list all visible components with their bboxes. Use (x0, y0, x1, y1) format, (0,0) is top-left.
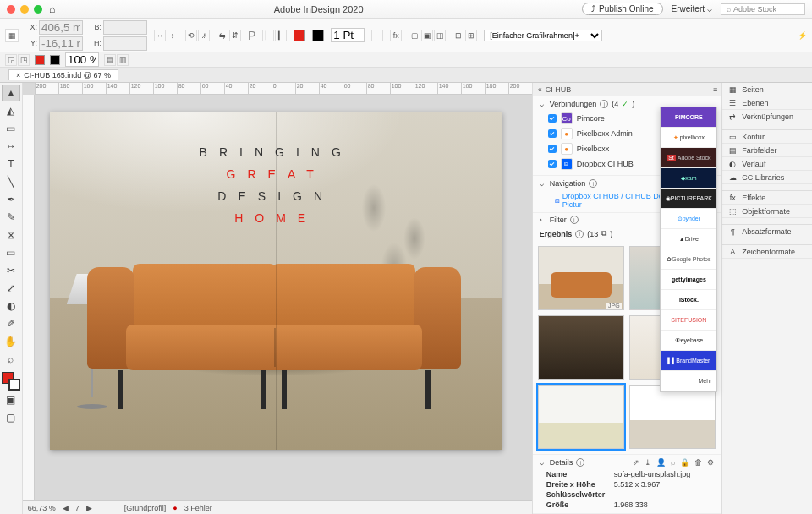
zoom-window[interactable] (34, 5, 42, 14)
checkbox-icon[interactable] (548, 129, 557, 138)
brand-xam[interactable]: ◆ xam (661, 168, 716, 189)
panel-tab-zeichenformate[interactable]: AZeichenformate (722, 245, 812, 259)
brand-drive[interactable]: ▲ Drive (661, 229, 716, 249)
panel-tab-absatzformate[interactable]: ¶Absatzformate (722, 225, 812, 238)
y-field[interactable] (39, 36, 83, 51)
type-tool[interactable]: T (2, 156, 20, 172)
page-nav-next[interactable]: ▶ (86, 504, 92, 512)
fit1[interactable]: ⊡ (453, 30, 464, 41)
workspace-switcher[interactable]: Erweitert ⌵ (672, 4, 712, 14)
scale-x-icon[interactable]: ↔ (154, 30, 166, 41)
info-icon[interactable]: i (576, 458, 584, 467)
h-field[interactable] (103, 36, 147, 51)
eyedropper-tool[interactable]: ✐ (2, 315, 20, 332)
headline-text[interactable]: BRINGING GREAT DESIGN HOME (50, 145, 502, 233)
search-icon[interactable]: ⌕ (671, 458, 675, 467)
misc2-icon[interactable]: ▥ (117, 54, 129, 66)
rect-tool[interactable]: ▭ (2, 244, 20, 261)
pen-tool[interactable]: ✒ (2, 191, 20, 208)
align-center-icon[interactable]: ▎ (275, 30, 287, 41)
page-nav-prev[interactable]: ◀ (63, 504, 69, 512)
status-errors[interactable]: 3 Fehler (184, 504, 212, 512)
hand-tool[interactable]: ✋ (2, 333, 20, 350)
stroke-swatch[interactable] (312, 30, 324, 41)
info-icon[interactable]: i (570, 216, 579, 224)
brand-bynder[interactable]: ⊙ bynder (661, 209, 716, 229)
user-icon[interactable]: 👤 (656, 458, 666, 467)
link-icon[interactable]: ⇗ (633, 458, 639, 467)
rotate-icon[interactable]: ⟲ (185, 30, 197, 41)
stroke-weight-field[interactable] (331, 28, 365, 42)
fill-swatch-2[interactable] (35, 55, 45, 65)
stroke-swatch-2[interactable] (50, 55, 60, 65)
document-spread[interactable]: BRINGING GREAT DESIGN HOME (50, 112, 502, 450)
brand-pixelboxx[interactable]: ✦ pixelboxx (661, 128, 716, 148)
bolt-icon[interactable]: ⚡ (798, 31, 807, 40)
status-profileносิษฐ-profile[interactable]: [Grundprofil] (124, 504, 167, 512)
page-tool[interactable]: ▭ (2, 120, 20, 137)
brand-more[interactable]: Mehr (661, 371, 716, 391)
rect-frame-tool[interactable]: ⊠ (2, 227, 20, 243)
brand-getty[interactable]: gettyimages (661, 270, 716, 290)
shear-icon[interactable]: ⫽ (198, 30, 210, 41)
screen-mode-preview[interactable]: ▢ (2, 409, 20, 426)
char-p-icon[interactable]: P (248, 29, 255, 42)
panel-tab-objektformate[interactable]: ⬚Objektformate (722, 205, 812, 218)
panel-tab-seiten[interactable]: ▦Seiten (722, 83, 812, 96)
stroke-style-icon[interactable]: — (371, 30, 383, 41)
selection-tool[interactable]: ▲ (2, 85, 20, 101)
minimize-window[interactable] (20, 5, 29, 14)
panel-tab-kontur[interactable]: ▭Kontur (722, 130, 812, 144)
misc1-icon[interactable]: ▤ (104, 54, 116, 66)
lock-icon[interactable]: 🔒 (680, 458, 689, 467)
result-thumb[interactable]: JPG (538, 246, 624, 310)
checkbox-icon[interactable] (548, 160, 557, 168)
direct-select-tool[interactable]: ◭ (2, 102, 20, 119)
result-thumb-selected[interactable] (538, 385, 624, 449)
zoom-field[interactable] (65, 52, 99, 67)
info-icon[interactable]: i (575, 230, 584, 238)
wrap1[interactable]: ▢ (409, 30, 420, 41)
flip-h-icon[interactable]: ⇋ (217, 30, 228, 41)
panel-header[interactable]: « CI HUB ≡ (533, 83, 721, 96)
panel-tab-farbfelder[interactable]: ▤Farbfelder (722, 144, 812, 157)
fill-stroke-proxy[interactable] (2, 372, 20, 391)
info-icon[interactable]: i (600, 100, 608, 108)
corner2-icon[interactable]: ◳ (18, 54, 30, 66)
panel-tab-verlauf[interactable]: ◐Verlauf (722, 157, 812, 171)
status-page[interactable]: 7 (75, 504, 80, 512)
brand-istock[interactable]: iStock. (661, 290, 716, 310)
result-thumb[interactable] (629, 385, 716, 449)
status-zoom[interactable]: 66,73 % (28, 504, 56, 512)
transform-tool[interactable]: ⤢ (2, 280, 20, 297)
panel-collapse-icon[interactable]: « (538, 85, 542, 94)
screen-mode-normal[interactable]: ▣ (2, 391, 20, 408)
wrap2[interactable]: ▣ (421, 30, 433, 41)
scale-y-icon[interactable]: ↕ (167, 30, 178, 41)
pencil-tool[interactable]: ✎ (2, 209, 20, 226)
brand-pimcore[interactable]: PIMCORE (661, 107, 716, 128)
brand-picturepark[interactable]: ◉ PICTUREPARK (661, 189, 716, 209)
close-window[interactable] (7, 5, 15, 14)
checkbox-icon[interactable] (548, 145, 557, 153)
fit2[interactable]: ⊞ (465, 30, 477, 41)
brand-adobe-stock[interactable]: StAdobe Stock (661, 148, 716, 168)
panel-tab-verknüpfungen[interactable]: ⇄Verknüpfungen (722, 110, 812, 123)
download-icon[interactable]: ⤓ (645, 458, 651, 467)
checkbox-icon[interactable] (548, 114, 557, 123)
corner-icon[interactable]: ◲ (5, 54, 17, 66)
gap-tool[interactable]: ↔ (2, 138, 20, 155)
x-field[interactable] (39, 20, 83, 35)
result-thumb[interactable] (538, 315, 624, 380)
panel-tab-effekte[interactable]: fxEffekte (722, 191, 812, 205)
publish-online-button[interactable]: ⤴ Publish Online (582, 3, 662, 15)
brand-brandmaster[interactable]: ▌▌BrandMaster (661, 351, 716, 371)
adobe-stock-search[interactable]: ⌕ Adobe Stock (721, 3, 805, 15)
scissors-tool[interactable]: ✂ (2, 262, 20, 279)
ref-point-icon[interactable]: ▦ (5, 29, 19, 42)
home-icon[interactable]: ⌂ (49, 3, 55, 15)
panel-tab-cc libraries[interactable]: ☁CC Libraries (722, 171, 812, 184)
gradient-tool[interactable]: ◐ (2, 298, 20, 314)
panel-menu-icon[interactable]: ≡ (713, 85, 716, 94)
zoom-tool[interactable]: ⌕ (2, 351, 20, 368)
